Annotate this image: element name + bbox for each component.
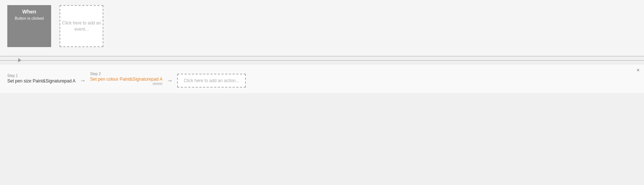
- divider-row: [0, 57, 644, 64]
- top-section: When Button is clicked Click here to add…: [0, 0, 644, 57]
- arrow-connector-2: →: [167, 74, 173, 84]
- when-title: When: [12, 9, 46, 15]
- step1-block: Step 1 Set pen size Paint&Signaturepad A: [7, 74, 76, 84]
- step2-delete[interactable]: delete: [90, 82, 163, 86]
- step2-block: Step 2 Set pen colour Paint&Signaturepad…: [90, 72, 163, 86]
- close-icon: ×: [637, 67, 640, 73]
- step2-action[interactable]: Set pen colour Paint&Signaturepad A: [90, 77, 163, 82]
- divider-arrow-icon: [18, 58, 21, 62]
- arrow-connector-1: →: [80, 74, 86, 84]
- when-block: When Button is clicked: [7, 5, 51, 47]
- add-action-label: Click here to add an action...: [184, 78, 239, 83]
- bottom-section: × Step 1 Set pen size Paint&Signaturepad…: [0, 64, 644, 93]
- when-sub: Button is clicked: [12, 16, 46, 20]
- add-event-label: Click here to add an event...: [60, 20, 103, 32]
- divider-line: [0, 60, 644, 61]
- step1-action[interactable]: Set pen size Paint&Signaturepad A: [7, 78, 76, 84]
- step1-label: Step 1: [7, 74, 76, 78]
- step2-label: Step 2: [90, 72, 163, 76]
- add-event-block[interactable]: Click here to add an event...: [60, 5, 103, 47]
- add-action-block[interactable]: Click here to add an action...: [177, 74, 246, 88]
- close-button[interactable]: ×: [637, 67, 640, 73]
